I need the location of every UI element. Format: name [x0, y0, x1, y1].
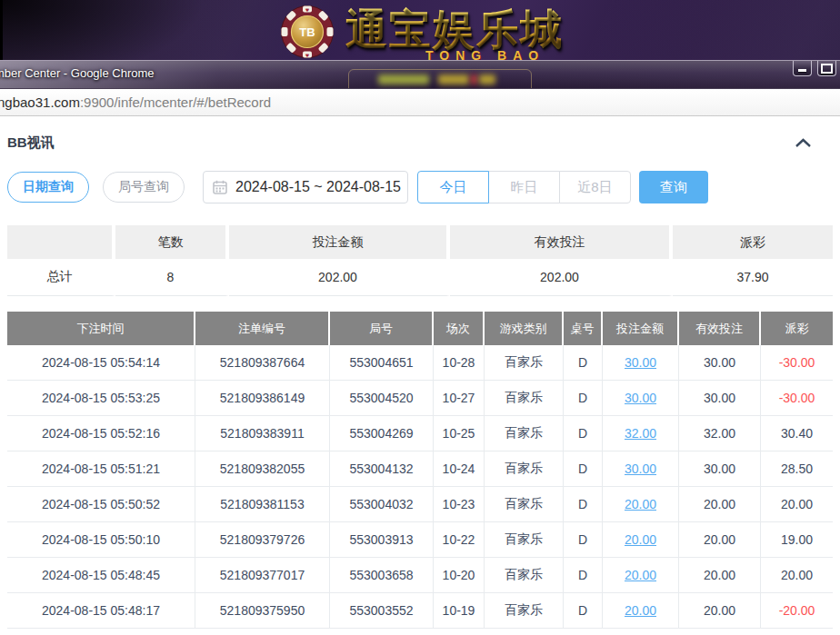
- masked-text: [378, 74, 429, 84]
- last-8-days-button[interactable]: 近8日: [559, 171, 631, 203]
- header-valid-bet: 有效投注: [679, 312, 761, 345]
- session: 10-28: [434, 345, 485, 381]
- header-bet-time: 下注时间: [7, 312, 195, 345]
- logo-monogram: TB: [299, 25, 315, 39]
- svg-text:♠: ♠: [289, 13, 294, 19]
- maximize-button[interactable]: [817, 61, 836, 76]
- bet-amount: 32.00: [603, 416, 679, 451]
- bet-amount-link[interactable]: 20.00: [625, 532, 656, 547]
- payout: -20.00: [761, 593, 833, 629]
- session: 10-24: [434, 451, 485, 487]
- header-order-number: 注单编号: [195, 312, 330, 345]
- minimize-icon: [798, 69, 806, 72]
- summary-header-row: 笔数 投注金额 有效投注 派彩: [7, 225, 833, 259]
- table-number: D: [564, 487, 603, 522]
- valid-bet: 30.00: [679, 345, 761, 381]
- header-bet-amount: 投注金额: [603, 312, 679, 345]
- summary-table: 笔数 投注金额 有效投注 派彩 总计 8 202.00 202.00 37.90: [7, 225, 833, 296]
- round-number: 553004651: [330, 345, 434, 381]
- payout: 20.00: [761, 558, 833, 593]
- game-type: 百家乐: [485, 522, 564, 558]
- order-number: 521809375950: [195, 593, 330, 629]
- session: 10-23: [434, 487, 485, 522]
- summary-header-blank: [7, 225, 115, 259]
- today-button[interactable]: 今日: [417, 171, 489, 203]
- header-payout: 派彩: [761, 312, 833, 345]
- bet-time: 2024-08-15 05:50:10: [7, 522, 195, 558]
- bet-amount-link[interactable]: 32.00: [625, 426, 656, 441]
- game-type: 百家乐: [485, 593, 564, 629]
- section-header: BB视讯: [7, 133, 833, 153]
- date-range-input[interactable]: 2024-08-15 ~ 2024-08-15: [203, 171, 408, 203]
- bet-amount-link[interactable]: 20.00: [625, 568, 656, 582]
- bet-amount: 30.00: [603, 381, 679, 416]
- payout: -30.00: [761, 345, 833, 381]
- table-number: D: [564, 345, 603, 381]
- svg-text:♠: ♠: [320, 45, 325, 51]
- round-number: 553004132: [330, 451, 434, 487]
- bet-amount-link[interactable]: 30.00: [625, 355, 656, 370]
- bet-amount-link[interactable]: 20.00: [625, 497, 656, 511]
- browser-address-bar[interactable]: ngbao31.com:9900/infe/mcenter/#/betRecor…: [0, 88, 840, 116]
- round-number: 553003552: [330, 593, 434, 629]
- payout: -30.00: [761, 381, 833, 416]
- bet-table-header-row: 下注时间 注单编号 局号 场次 游戏类别 桌号 投注金额 有效投注 派彩: [7, 312, 833, 345]
- session: 10-22: [434, 522, 485, 558]
- collapse-section-button[interactable]: [795, 138, 812, 148]
- search-button[interactable]: 查询: [639, 171, 708, 203]
- masked-text: [438, 74, 469, 84]
- bet-time: 2024-08-15 05:50:52: [7, 487, 195, 522]
- payout: 28.50: [761, 451, 833, 487]
- quick-range-group: 今日 昨日 近8日: [417, 171, 631, 203]
- svg-text:♥: ♥: [305, 53, 310, 58]
- table-row: 2024-08-15 05:48:17521809375950553003552…: [7, 593, 833, 629]
- window-title: mber Center - Google Chrome: [0, 66, 155, 80]
- maximize-icon: [821, 64, 833, 74]
- bet-table-body: 2024-08-15 05:54:14521809387664553004651…: [7, 345, 833, 629]
- valid-bet: 30.00: [679, 381, 761, 416]
- summary-total-row: 总计 8 202.00 202.00 37.90: [7, 259, 833, 296]
- masked-text: [479, 74, 495, 84]
- game-type: 百家乐: [485, 487, 564, 522]
- date-query-tab[interactable]: 日期查询: [7, 172, 89, 203]
- summary-header-valid-bet: 有效投注: [450, 225, 673, 259]
- header-table-number: 桌号: [564, 312, 603, 345]
- section-title: BB视讯: [7, 134, 55, 152]
- order-number: 521809379726: [195, 522, 330, 558]
- game-type: 百家乐: [485, 451, 564, 487]
- masked-balance: [348, 69, 532, 88]
- screen: ♥♥ ♠♣ ♦♠ TB 通宝娱乐城 TONG BAO: [0, 0, 840, 635]
- game-type: 百家乐: [485, 381, 564, 416]
- session: 10-27: [434, 381, 485, 416]
- masked-text: [471, 74, 477, 84]
- table-number: D: [564, 558, 603, 593]
- order-number: 521809377017: [195, 558, 330, 593]
- minimize-button[interactable]: [793, 61, 812, 76]
- bet-time: 2024-08-15 05:48:17: [7, 593, 195, 629]
- header-round-number: 局号: [330, 312, 434, 345]
- bet-records-table: 下注时间 注单编号 局号 场次 游戏类别 桌号 投注金额 有效投注 派彩 202…: [7, 312, 833, 629]
- table-number: D: [564, 451, 603, 487]
- table-row: 2024-08-15 05:50:10521809379726553003913…: [7, 522, 833, 558]
- table-row: 2024-08-15 05:48:45521809377017553003658…: [7, 558, 833, 593]
- yesterday-button[interactable]: 昨日: [488, 171, 560, 203]
- payout: 30.40: [761, 416, 833, 451]
- chevron-up-icon: [795, 138, 812, 148]
- date-range-value: 2024-08-15 ~ 2024-08-15: [235, 179, 401, 195]
- valid-bet: 20.00: [679, 593, 761, 629]
- order-number: 521809387664: [195, 345, 330, 381]
- table-row: 2024-08-15 05:52:16521809383911553004269…: [7, 416, 833, 451]
- bet-time: 2024-08-15 05:53:25: [7, 381, 195, 416]
- filter-toolbar: 日期查询 局号查询 2024-08-15 ~ 2024-08-: [7, 171, 833, 203]
- valid-bet: 20.00: [679, 522, 761, 558]
- total-label: 总计: [7, 259, 115, 296]
- session: 10-19: [434, 593, 485, 629]
- bet-amount-link[interactable]: 30.00: [625, 391, 656, 405]
- bet-amount: 20.00: [603, 593, 679, 629]
- bet-amount-link[interactable]: 20.00: [625, 603, 656, 618]
- round-query-tab[interactable]: 局号查询: [103, 172, 185, 203]
- bet-amount: 20.00: [603, 558, 679, 593]
- table-row: 2024-08-15 05:53:25521809386149553004520…: [7, 381, 833, 416]
- round-number: 553004269: [330, 416, 434, 451]
- bet-amount-link[interactable]: 30.00: [625, 461, 656, 476]
